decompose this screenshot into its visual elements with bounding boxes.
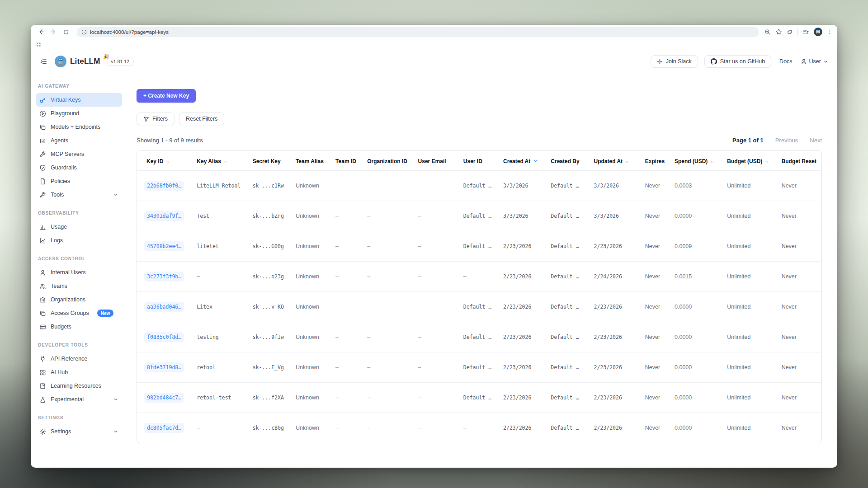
key-id-link[interactable]: aa36bad046… xyxy=(144,302,184,312)
sidebar-item-settings[interactable]: Settings xyxy=(36,425,122,438)
key-id-link[interactable]: 22b68fb0f0… xyxy=(144,181,184,191)
column-header-created-at[interactable]: Created At xyxy=(500,151,548,171)
cell-org_id: – xyxy=(364,292,415,322)
previous-page-button[interactable]: Previous xyxy=(775,137,798,144)
column-header-team-id[interactable]: Team ID xyxy=(333,151,364,171)
sidebar-item-models-endpoints[interactable]: Models + Endpoints xyxy=(36,120,122,134)
cell-org_id: – xyxy=(364,262,415,292)
key-id-link[interactable]: 34301daf9f… xyxy=(144,211,184,221)
extensions-icon[interactable] xyxy=(787,29,793,35)
star-github-button[interactable]: Star us on GitHub xyxy=(704,55,771,68)
cell-user_id: Default … xyxy=(461,231,500,262)
docs-link[interactable]: Docs xyxy=(779,58,792,65)
sort-icon[interactable]: ↑↓ xyxy=(625,160,628,164)
sidebar-item-experimental[interactable]: Experimental xyxy=(36,393,122,406)
sidebar-item-ai-hub[interactable]: AI Hub xyxy=(36,366,122,379)
sidebar-item-api-reference[interactable]: API Reference xyxy=(36,352,122,366)
column-header-user-email[interactable]: User Email xyxy=(415,151,461,171)
column-header-expires[interactable]: Expires xyxy=(642,151,672,171)
sidebar-item-label: Internal Users xyxy=(51,269,86,276)
sidebar-item-playground[interactable]: Playground xyxy=(36,107,122,120)
cell-key_alias: Litex xyxy=(194,292,250,322)
bookmarks-bar xyxy=(31,39,837,49)
sidebar-item-access-groups[interactable]: Access GroupsNew xyxy=(36,306,122,320)
column-header-budget-usd[interactable]: Budget (USD)↑↓ xyxy=(724,151,778,171)
forward-icon[interactable] xyxy=(48,27,59,38)
back-icon[interactable] xyxy=(35,27,46,38)
cell-updated_at: 3/3/2026 xyxy=(591,201,642,231)
user-menu[interactable]: User xyxy=(801,58,828,65)
reset-filters-button[interactable]: Reset Filters xyxy=(179,113,224,125)
key-id-link[interactable]: dc805fac7d… xyxy=(144,423,184,433)
filters-button[interactable]: Filters xyxy=(137,113,175,125)
sort-icon[interactable]: ↑↓ xyxy=(710,160,713,164)
profile-avatar[interactable]: M xyxy=(814,28,822,36)
cell-updated_at: 3/3/2026 xyxy=(591,171,642,201)
sort-icon[interactable]: ↑↓ xyxy=(166,160,169,164)
zoom-icon[interactable] xyxy=(764,29,771,35)
cell-key_alias: – xyxy=(194,413,250,443)
column-header-user-id[interactable]: User ID xyxy=(461,151,500,171)
join-slack-button[interactable]: Join Slack xyxy=(651,55,698,68)
sidebar-item-logs[interactable]: Logs xyxy=(36,234,122,247)
sort-desc-icon[interactable] xyxy=(533,158,538,164)
media-controls-icon[interactable] xyxy=(802,28,809,35)
cell-secret_key: sk-...cBGg xyxy=(250,413,293,443)
cell-secret_key: sk-...9fIw xyxy=(250,322,293,352)
key-id-link[interactable]: 45708b2ee4… xyxy=(144,241,184,251)
site-info-icon[interactable] xyxy=(81,29,87,35)
url-bar[interactable]: localhost:4000/ui/?page=api-keys xyxy=(77,27,759,37)
table-row: dc805fac7d…–sk-...cBGgUnknown––––2/23/20… xyxy=(137,413,821,443)
key-id-link[interactable]: 982bd484c7… xyxy=(144,393,184,403)
reload-icon[interactable] xyxy=(61,27,71,38)
column-header-organization-id[interactable]: Organization ID xyxy=(364,151,415,171)
cell-budget: Unlimited xyxy=(724,262,778,292)
cell-team_alias: Unknown xyxy=(293,262,333,292)
sidebar-item-agents[interactable]: Agents xyxy=(36,134,122,147)
key-id-link[interactable]: 8fde3719d8… xyxy=(144,362,184,372)
column-header-updated-at[interactable]: Updated At↑↓ xyxy=(591,151,642,171)
cell-expires: Never xyxy=(642,201,672,231)
browser-menu-icon[interactable] xyxy=(827,29,833,35)
sidebar-item-learning-resources[interactable]: Learning Resources xyxy=(36,379,122,393)
sidebar-item-label: MCP Servers xyxy=(51,151,84,157)
sort-icon[interactable]: ↑↓ xyxy=(224,160,227,164)
sidebar-item-policies[interactable]: Policies xyxy=(36,174,122,188)
column-header-team-alias[interactable]: Team Alias xyxy=(293,151,333,171)
sidebar-item-budgets[interactable]: Budgets xyxy=(36,320,122,333)
column-header-key-alias[interactable]: Key Alias↑↓ xyxy=(194,151,250,171)
sidebar-item-label: Playground xyxy=(51,110,79,117)
cell-created_at: 3/3/2026 xyxy=(500,201,548,231)
sidebar-item-organizations[interactable]: Organizations xyxy=(36,293,122,306)
cell-updated_at: 2/23/2026 xyxy=(591,322,642,352)
column-header-budget-reset[interactable]: Budget Reset xyxy=(779,151,821,171)
sort-icon[interactable]: ↑↓ xyxy=(765,160,768,164)
column-header-secret-key[interactable]: Secret Key xyxy=(250,151,293,171)
column-header-key-id[interactable]: Key ID↑↓ xyxy=(137,151,194,171)
key-id-link[interactable]: f0835c0f8d… xyxy=(144,332,184,342)
sidebar-item-virtual-keys[interactable]: Virtual Keys xyxy=(36,93,122,107)
sidebar-item-usage[interactable]: Usage xyxy=(36,220,122,234)
cell-spend: 0.0000 xyxy=(672,413,724,443)
sidebar-item-internal-users[interactable]: Internal Users xyxy=(36,266,122,279)
cell-key_id: f0835c0f8d… xyxy=(137,322,194,352)
cell-budget: Unlimited xyxy=(724,201,778,231)
cell-updated_at: 2/23/2026 xyxy=(591,413,642,443)
sidebar-item-teams[interactable]: Teams xyxy=(36,279,122,293)
cell-secret_key: sk-...G00g xyxy=(250,231,293,262)
cell-expires: Never xyxy=(642,292,672,322)
sidebar-item-label: API Reference xyxy=(51,356,87,362)
bookmark-star-icon[interactable] xyxy=(775,28,782,35)
cell-created_at: 2/23/2026 xyxy=(500,262,548,292)
next-page-button[interactable]: Next xyxy=(810,137,822,144)
filter-funnel-icon xyxy=(143,116,149,122)
sidebar-toggle-icon[interactable] xyxy=(40,58,47,66)
column-header-created-by[interactable]: Created By xyxy=(548,151,591,171)
sidebar-item-guardrails[interactable]: Guardrails xyxy=(36,161,122,174)
apps-grid-icon[interactable] xyxy=(36,42,41,47)
column-header-spend-usd[interactable]: Spend (USD)↑↓ xyxy=(672,151,724,171)
create-new-key-button[interactable]: + Create New Key xyxy=(137,89,196,103)
sidebar-item-mcp-servers[interactable]: MCP Servers xyxy=(36,147,122,161)
key-id-link[interactable]: 3c273f3f9b… xyxy=(144,272,184,282)
sidebar-item-tools[interactable]: Tools xyxy=(36,188,122,202)
